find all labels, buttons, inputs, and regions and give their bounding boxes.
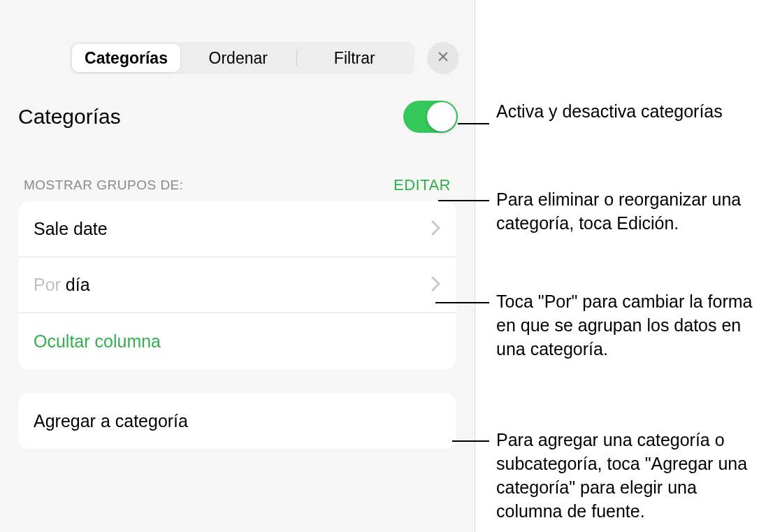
row-hide-column-label: Ocultar columna (34, 331, 441, 352)
section-header: MOSTRAR GRUPOS DE: EDITAR (0, 133, 475, 201)
row-sale-date-label: Sale date (34, 219, 431, 239)
row-by-label: Por día (34, 275, 431, 295)
panel-title: Categorías (18, 105, 121, 129)
segmented-control: Categorías Ordenar Filtrar (70, 42, 414, 74)
callout-toggle: Activa y desactiva categorías (496, 99, 748, 123)
section-label: MOSTRAR GRUPOS DE: (24, 178, 184, 193)
callout-por: Toca "Por" para cambiar la forma en que … (496, 289, 762, 361)
panel-top-row: Categorías Ordenar Filtrar (0, 0, 475, 74)
row-sale-date[interactable]: Sale date (18, 201, 456, 257)
callout-edit: Para eliminar o reorganizar una categorí… (496, 187, 762, 235)
tab-sort[interactable]: Ordenar (180, 44, 296, 72)
categories-toggle[interactable] (403, 101, 458, 133)
toggle-knob (427, 102, 456, 131)
tab-filter[interactable]: Filtrar (297, 44, 413, 72)
groups-card: Sale date Por día Ocultar columna (18, 201, 456, 369)
callout-add: Para agregar una categoría o subcategorí… (496, 428, 762, 523)
row-by-prefix: Por (34, 275, 66, 294)
callouts-area: Activa y desactiva categorías Para elimi… (475, 0, 766, 532)
row-add-category-label: Agregar a categoría (34, 411, 441, 431)
callout-line-add (452, 440, 489, 442)
chevron-right-icon (431, 220, 441, 239)
callout-line-por (435, 302, 489, 303)
row-add-category[interactable]: Agregar a categoría (18, 393, 456, 449)
add-category-card: Agregar a categoría (18, 393, 456, 449)
edit-button[interactable]: EDITAR (393, 176, 451, 194)
row-by-day[interactable]: Por día (18, 257, 456, 313)
chevron-right-icon (431, 275, 441, 295)
row-by-value: día (66, 275, 90, 294)
callout-line-edit (438, 200, 489, 201)
tab-categories[interactable]: Categorías (72, 44, 180, 72)
close-icon (437, 50, 449, 66)
callout-line-toggle (458, 123, 489, 124)
title-row: Categorías (0, 74, 475, 133)
categories-panel: Categorías Ordenar Filtrar Categorías MO… (0, 0, 475, 532)
close-button[interactable] (427, 42, 459, 74)
row-hide-column[interactable]: Ocultar columna (18, 313, 456, 369)
